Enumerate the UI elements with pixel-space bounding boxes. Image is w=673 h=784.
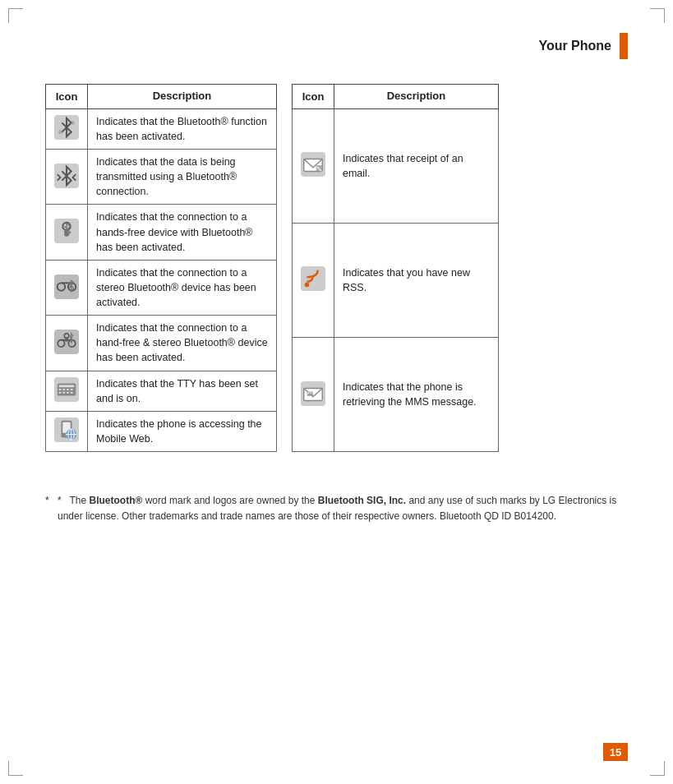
footer-note: * The Bluetooth® word mark and logos are…: [45, 493, 628, 523]
bluetooth-active-icon-cell: [46, 108, 88, 149]
bluetooth-handsfree-desc: Indicates that the connection to a hands…: [88, 205, 277, 260]
bluetooth-handsfree-icon-cell: [46, 205, 88, 260]
bluetooth-data-desc: Indicates that the data is being transmi…: [88, 150, 277, 205]
bluetooth-active-icon: [54, 115, 79, 140]
corner-tl: [8, 8, 23, 23]
bluetooth-data-icon-cell: [46, 150, 88, 205]
bluetooth-stereo-icon-cell: [46, 260, 88, 315]
email-desc: Indicates that receipt of an email.: [334, 108, 499, 223]
page-title: Your Phone: [538, 39, 611, 53]
mobile-web-icon: [54, 417, 79, 442]
tty-icon: [54, 377, 79, 402]
svg-rect-16: [65, 338, 68, 342]
table-row: Indicates that the TTY has been set and …: [46, 371, 277, 411]
svg-rect-38: [316, 165, 323, 172]
table-row: Indicates that you have new RSS.: [293, 223, 499, 337]
table-row: Indicates that the data is being transmi…: [46, 150, 277, 205]
mobile-web-desc: Indicates the phone is accessing the Mob…: [88, 411, 277, 451]
left-table-desc-header: Description: [88, 85, 277, 109]
corner-bl: [8, 761, 23, 776]
svg-rect-27: [71, 392, 73, 394]
svg-rect-25: [62, 392, 65, 394]
rss-desc: Indicates that you have new RSS.: [334, 223, 499, 337]
page-container: Your Phone Icon Description: [0, 0, 673, 784]
bluetooth-stereo-icon: [54, 274, 79, 299]
bluetooth-data-icon: [54, 164, 79, 188]
svg-rect-22: [67, 389, 69, 390]
right-table-desc-header: Description: [334, 85, 499, 109]
footer-asterisk: *: [58, 495, 62, 506]
tables-area: Icon Description: [45, 84, 628, 452]
right-table-icon-header: Icon: [293, 85, 334, 109]
email-icon-cell: [293, 108, 334, 223]
svg-rect-20: [59, 389, 62, 390]
svg-rect-19: [59, 385, 75, 388]
rss-icon-cell: [293, 223, 334, 337]
tty-desc: Indicates that the TTY has been set and …: [88, 371, 277, 411]
table-row: Indicates that the connection to a hand-…: [46, 316, 277, 371]
svg-rect-23: [71, 389, 73, 390]
footer-text: The Bluetooth® word mark and logos are o…: [58, 495, 616, 522]
email-icon: [301, 152, 325, 177]
svg-point-41: [305, 283, 310, 288]
bluetooth-active-desc: Indicates that the Bluetooth® function h…: [88, 108, 277, 149]
table-row: Indicates that the Bluetooth® function h…: [46, 108, 277, 149]
table-row: Indicates that the connection to a hands…: [46, 205, 277, 260]
rss-icon: [301, 266, 325, 291]
left-icon-table: Icon Description: [45, 84, 277, 452]
table-row: Indicates that the connection to a stere…: [46, 260, 277, 315]
table-row: Indicates that receipt of an email.: [293, 108, 499, 223]
bluetooth-handsfree-icon: [54, 219, 79, 243]
mobile-web-icon-cell: [46, 411, 88, 451]
svg-point-45: [307, 392, 309, 394]
page-number-box: 15: [603, 743, 628, 761]
table-row: Indicates that the phone is retrieving t…: [293, 338, 499, 452]
svg-point-1: [71, 122, 75, 126]
bluetooth-sig: Bluetooth SIG, Inc.: [318, 495, 406, 506]
tty-icon-cell: [46, 371, 88, 411]
svg-rect-26: [67, 392, 69, 394]
bluetooth-stereo-desc: Indicates that the connection to a stere…: [88, 260, 277, 315]
bluetooth-handfree-stereo-icon: [54, 330, 79, 354]
table-row: Indicates the phone is accessing the Mob…: [46, 411, 277, 451]
left-table-icon-header: Icon: [46, 85, 88, 109]
bluetooth-brand: Bluetooth®: [89, 495, 142, 506]
mms-icon: [301, 381, 325, 406]
header-accent-bar: [620, 33, 628, 59]
page-header: Your Phone: [45, 33, 628, 59]
svg-rect-21: [62, 389, 65, 390]
bluetooth-handsfree-stereo-desc: Indicates that the connection to a hand-…: [88, 316, 277, 371]
bluetooth-handsfree-stereo-icon-cell: [46, 316, 88, 371]
page-number: 15: [610, 746, 621, 759]
corner-br: [650, 761, 665, 776]
svg-point-2: [58, 131, 62, 135]
mms-icon-cell: [293, 338, 334, 452]
svg-rect-24: [59, 392, 62, 394]
corner-tr: [650, 8, 665, 23]
mms-desc: Indicates that the phone is retrieving t…: [334, 338, 499, 452]
right-icon-table: Icon Description: [292, 84, 499, 452]
